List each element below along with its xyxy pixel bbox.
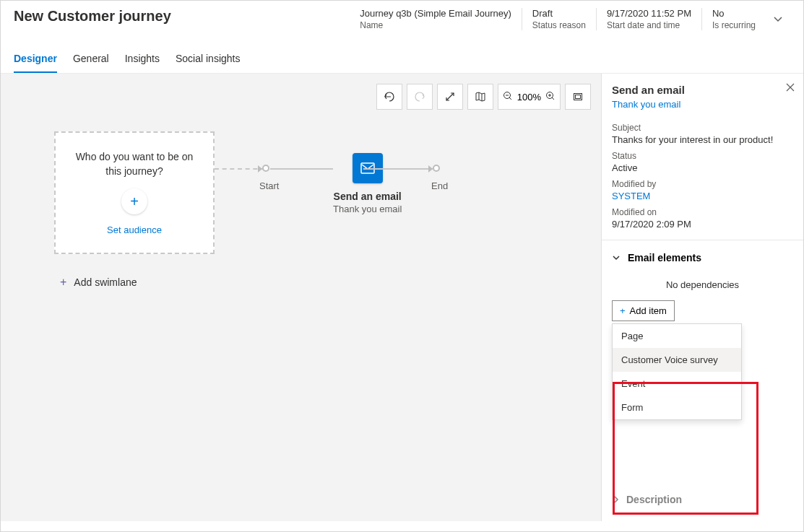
audience-tile[interactable]: Who do you want to be on this journey? +… [54,131,215,254]
section-email-elements-label: Email elements [628,252,701,263]
option-event[interactable]: Event [613,372,741,396]
header-name-label: Name [360,20,511,30]
start-node[interactable] [262,165,269,172]
subject-value: Thanks for your interest in our product! [612,134,793,145]
chevron-down-icon [773,14,783,25]
option-page[interactable]: Page [613,324,741,348]
tab-designer[interactable]: Designer [14,53,57,73]
end-label: End [431,180,448,191]
undo-icon [384,91,395,103]
plus-icon: + [130,193,139,210]
designer-canvas[interactable]: 100% Who do you want to be on this journ… [1,74,601,521]
zoom-out-button[interactable] [503,91,513,103]
panel-close-button[interactable] [786,82,795,94]
panel-title: Send an email [612,84,793,96]
add-item-button[interactable]: + Add item [612,300,675,321]
page-title: New Customer journey [14,8,350,25]
redo-button[interactable] [407,84,433,110]
fullscreen-button[interactable] [565,84,591,110]
tab-general[interactable]: General [73,53,109,73]
zoom-control: 100% [498,84,561,110]
modifiedby-label: Modified by [612,179,793,189]
undo-button[interactable] [376,84,402,110]
zoom-level: 100% [517,92,541,103]
option-customer-voice-survey[interactable]: Customer Voice survey [613,348,741,372]
chevron-right-icon [612,495,621,504]
add-swimlane-label: Add swimlane [74,276,137,288]
tab-social-insights[interactable]: Social insights [176,53,241,73]
header-field-status[interactable]: Draft Status reason [522,8,596,30]
audience-question: Who do you want to be on this journey? [69,150,200,178]
header-expand-button[interactable] [766,8,790,30]
no-dependencies-text: No dependencies [602,275,803,300]
fullscreen-icon [573,92,583,102]
add-item-label: Add item [630,305,667,316]
tab-bar: Designer General Insights Social insight… [1,43,803,74]
canvas-toolbar: 100% [376,84,591,110]
properties-panel: Send an email Thank you email Subject Th… [601,74,803,521]
add-swimlane-button[interactable]: + Add swimlane [60,276,137,289]
status-value: Active [612,162,793,173]
header-recurring-label: Is recurring [712,20,756,30]
header-field-name[interactable]: Journey q3b (Simple Email Journey) Name [350,8,522,30]
header-startdate-label: Start date and time [607,20,691,30]
map-icon [475,91,486,103]
header-name-value: Journey q3b (Simple Email Journey) [360,8,511,19]
section-description[interactable]: Description [602,482,692,517]
close-icon [786,83,795,92]
expand-icon [445,92,455,102]
start-label: Start [259,180,279,191]
connector [363,168,433,170]
option-form[interactable]: Form [613,396,741,419]
email-tile-subtitle: Thank you email [333,204,402,214]
add-audience-button[interactable]: + [121,188,147,214]
header-status-label: Status reason [532,20,586,30]
section-email-elements[interactable]: Email elements [602,240,803,275]
section-description-label: Description [626,494,682,505]
header-field-startdate[interactable]: 9/17/2020 11:52 PM Start date and time [596,8,701,30]
subject-label: Subject [612,123,793,133]
modifiedby-link[interactable]: SYSTEM [612,191,793,201]
plus-icon: + [620,305,626,316]
status-label: Status [612,151,793,161]
zoom-out-icon [503,91,513,101]
header-status-value: Draft [532,8,586,19]
modifiedon-label: Modified on [612,207,793,217]
minimap-button[interactable] [467,84,493,110]
plus-icon: + [60,276,66,289]
redo-icon [414,91,425,103]
add-item-dropdown: Page Customer Voice survey Event Form [612,323,742,420]
modifiedon-value: 9/17/2020 2:09 PM [612,219,793,230]
svg-rect-3 [576,95,581,99]
connector [270,168,333,170]
header-fields: Journey q3b (Simple Email Journey) Name … [350,8,790,30]
header-recurring-value: No [712,8,756,19]
header-startdate-value: 9/17/2020 11:52 PM [607,8,691,19]
panel-email-link[interactable]: Thank you email [612,99,793,110]
end-node[interactable] [433,165,440,172]
tab-insights[interactable]: Insights [125,53,160,73]
chevron-down-icon [612,253,621,262]
email-tile[interactable]: Send an email Thank you email [333,153,402,214]
zoom-in-button[interactable] [545,91,556,103]
email-tile-title: Send an email [334,191,402,202]
header-field-recurring[interactable]: No Is recurring [701,8,766,30]
fit-button[interactable] [437,84,463,110]
set-audience-link[interactable]: Set audience [107,224,162,235]
zoom-in-icon [545,91,556,101]
